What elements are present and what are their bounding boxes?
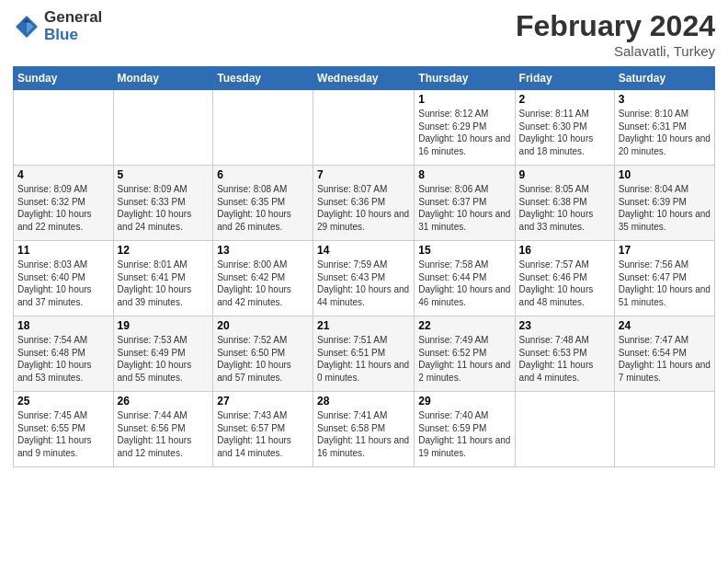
weekday-header-sunday: Sunday xyxy=(14,67,114,90)
day-number: 2 xyxy=(519,93,610,106)
day-number: 15 xyxy=(418,244,510,257)
weekday-header-monday: Monday xyxy=(113,67,213,90)
day-cell: 21Sunrise: 7:51 AMSunset: 6:51 PMDayligh… xyxy=(313,316,415,392)
day-number: 25 xyxy=(17,395,109,408)
day-number: 14 xyxy=(317,244,410,257)
week-row-0: 1Sunrise: 8:12 AMSunset: 6:29 PMDaylight… xyxy=(14,90,715,166)
day-number: 3 xyxy=(619,93,711,106)
day-number: 13 xyxy=(217,244,309,257)
day-info: Sunrise: 8:06 AMSunset: 6:37 PMDaylight:… xyxy=(418,183,510,233)
day-info: Sunrise: 7:52 AMSunset: 6:50 PMDaylight:… xyxy=(217,334,309,384)
day-cell xyxy=(313,90,415,166)
logo-blue: Blue xyxy=(44,27,102,44)
week-row-1: 4Sunrise: 8:09 AMSunset: 6:32 PMDaylight… xyxy=(14,166,715,241)
day-cell: 22Sunrise: 7:49 AMSunset: 6:52 PMDayligh… xyxy=(415,316,515,392)
header: General Blue February 2024 Salavatli, Tu… xyxy=(13,9,715,59)
weekday-header-friday: Friday xyxy=(515,67,614,90)
day-info: Sunrise: 8:10 AMSunset: 6:31 PMDaylight:… xyxy=(619,108,711,157)
day-number: 7 xyxy=(317,168,410,181)
day-number: 10 xyxy=(619,168,711,181)
day-cell: 27Sunrise: 7:43 AMSunset: 6:57 PMDayligh… xyxy=(213,392,313,467)
day-info: Sunrise: 8:12 AMSunset: 6:29 PMDaylight:… xyxy=(418,108,510,157)
day-info: Sunrise: 8:07 AMSunset: 6:36 PMDaylight:… xyxy=(317,183,410,233)
logo-general: General xyxy=(44,9,102,27)
day-info: Sunrise: 7:57 AMSunset: 6:46 PMDaylight:… xyxy=(519,259,610,308)
day-cell: 15Sunrise: 7:58 AMSunset: 6:44 PMDayligh… xyxy=(415,241,515,316)
day-info: Sunrise: 8:05 AMSunset: 6:38 PMDaylight:… xyxy=(519,183,610,233)
day-number: 28 xyxy=(317,395,410,408)
calendar-page: General Blue February 2024 Salavatli, Tu… xyxy=(0,0,728,563)
day-info: Sunrise: 7:58 AMSunset: 6:44 PMDaylight:… xyxy=(418,259,510,308)
day-number: 20 xyxy=(217,319,309,332)
day-info: Sunrise: 8:01 AMSunset: 6:41 PMDaylight:… xyxy=(118,259,210,308)
day-cell: 17Sunrise: 7:56 AMSunset: 6:47 PMDayligh… xyxy=(614,241,714,316)
day-info: Sunrise: 7:53 AMSunset: 6:49 PMDaylight:… xyxy=(118,334,210,384)
day-info: Sunrise: 7:45 AMSunset: 6:55 PMDaylight:… xyxy=(17,409,109,459)
day-number: 26 xyxy=(118,395,210,408)
day-number: 8 xyxy=(418,168,510,181)
day-cell: 12Sunrise: 8:01 AMSunset: 6:41 PMDayligh… xyxy=(113,241,213,316)
day-info: Sunrise: 7:54 AMSunset: 6:48 PMDaylight:… xyxy=(17,334,109,384)
day-cell: 23Sunrise: 7:48 AMSunset: 6:53 PMDayligh… xyxy=(515,316,614,392)
day-number: 21 xyxy=(317,319,410,332)
day-cell: 5Sunrise: 8:09 AMSunset: 6:33 PMDaylight… xyxy=(113,166,213,241)
day-number: 29 xyxy=(418,395,510,408)
day-cell: 2Sunrise: 8:11 AMSunset: 6:30 PMDaylight… xyxy=(515,90,614,166)
day-cell xyxy=(515,392,614,467)
day-info: Sunrise: 7:40 AMSunset: 6:59 PMDaylight:… xyxy=(418,409,510,459)
calendar-header: SundayMondayTuesdayWednesdayThursdayFrid… xyxy=(14,67,715,90)
calendar-body: 1Sunrise: 8:12 AMSunset: 6:29 PMDaylight… xyxy=(14,90,715,467)
day-info: Sunrise: 8:11 AMSunset: 6:30 PMDaylight:… xyxy=(519,108,610,157)
day-cell: 16Sunrise: 7:57 AMSunset: 6:46 PMDayligh… xyxy=(515,241,614,316)
day-cell: 4Sunrise: 8:09 AMSunset: 6:32 PMDaylight… xyxy=(14,166,114,241)
logo: General Blue xyxy=(13,9,102,43)
day-cell: 6Sunrise: 8:08 AMSunset: 6:35 PMDaylight… xyxy=(213,166,313,241)
day-number: 16 xyxy=(519,244,610,257)
day-info: Sunrise: 7:59 AMSunset: 6:43 PMDaylight:… xyxy=(317,259,410,308)
weekday-header-row: SundayMondayTuesdayWednesdayThursdayFrid… xyxy=(14,67,715,90)
day-cell: 25Sunrise: 7:45 AMSunset: 6:55 PMDayligh… xyxy=(14,392,114,467)
day-number: 12 xyxy=(118,244,210,257)
day-info: Sunrise: 7:49 AMSunset: 6:52 PMDaylight:… xyxy=(418,334,510,384)
day-cell: 20Sunrise: 7:52 AMSunset: 6:50 PMDayligh… xyxy=(213,316,313,392)
day-number: 18 xyxy=(17,319,109,332)
day-number: 19 xyxy=(118,319,210,332)
day-cell xyxy=(113,90,213,166)
week-row-4: 25Sunrise: 7:45 AMSunset: 6:55 PMDayligh… xyxy=(14,392,715,467)
day-info: Sunrise: 7:51 AMSunset: 6:51 PMDaylight:… xyxy=(317,334,410,384)
day-cell: 11Sunrise: 8:03 AMSunset: 6:40 PMDayligh… xyxy=(14,241,114,316)
week-row-3: 18Sunrise: 7:54 AMSunset: 6:48 PMDayligh… xyxy=(14,316,715,392)
day-number: 17 xyxy=(619,244,711,257)
logo-icon xyxy=(13,13,40,40)
day-cell: 7Sunrise: 8:07 AMSunset: 6:36 PMDaylight… xyxy=(313,166,415,241)
day-info: Sunrise: 8:09 AMSunset: 6:33 PMDaylight:… xyxy=(118,183,210,233)
day-info: Sunrise: 8:08 AMSunset: 6:35 PMDaylight:… xyxy=(217,183,309,233)
day-number: 11 xyxy=(17,244,109,257)
weekday-header-saturday: Saturday xyxy=(614,67,714,90)
calendar-title: February 2024 xyxy=(516,9,715,43)
day-number: 1 xyxy=(418,93,510,106)
day-info: Sunrise: 7:56 AMSunset: 6:47 PMDaylight:… xyxy=(619,259,711,308)
day-number: 24 xyxy=(619,319,711,332)
day-info: Sunrise: 8:09 AMSunset: 6:32 PMDaylight:… xyxy=(17,183,109,233)
day-number: 9 xyxy=(519,168,610,181)
logo-text: General Blue xyxy=(44,9,102,43)
day-cell: 3Sunrise: 8:10 AMSunset: 6:31 PMDaylight… xyxy=(614,90,714,166)
calendar-table: SundayMondayTuesdayWednesdayThursdayFrid… xyxy=(13,66,715,467)
title-section: February 2024 Salavatli, Turkey xyxy=(516,9,715,59)
day-cell xyxy=(14,90,114,166)
day-cell xyxy=(614,392,714,467)
day-info: Sunrise: 7:41 AMSunset: 6:58 PMDaylight:… xyxy=(317,409,410,459)
weekday-header-tuesday: Tuesday xyxy=(213,67,313,90)
day-info: Sunrise: 8:03 AMSunset: 6:40 PMDaylight:… xyxy=(17,259,109,308)
day-number: 4 xyxy=(17,168,109,181)
day-cell: 19Sunrise: 7:53 AMSunset: 6:49 PMDayligh… xyxy=(113,316,213,392)
weekday-header-thursday: Thursday xyxy=(415,67,515,90)
day-cell: 1Sunrise: 8:12 AMSunset: 6:29 PMDaylight… xyxy=(415,90,515,166)
weekday-header-wednesday: Wednesday xyxy=(313,67,415,90)
day-cell: 18Sunrise: 7:54 AMSunset: 6:48 PMDayligh… xyxy=(14,316,114,392)
day-info: Sunrise: 7:48 AMSunset: 6:53 PMDaylight:… xyxy=(519,334,610,384)
day-info: Sunrise: 7:44 AMSunset: 6:56 PMDaylight:… xyxy=(118,409,210,459)
day-cell: 26Sunrise: 7:44 AMSunset: 6:56 PMDayligh… xyxy=(113,392,213,467)
day-info: Sunrise: 7:47 AMSunset: 6:54 PMDaylight:… xyxy=(619,334,711,384)
